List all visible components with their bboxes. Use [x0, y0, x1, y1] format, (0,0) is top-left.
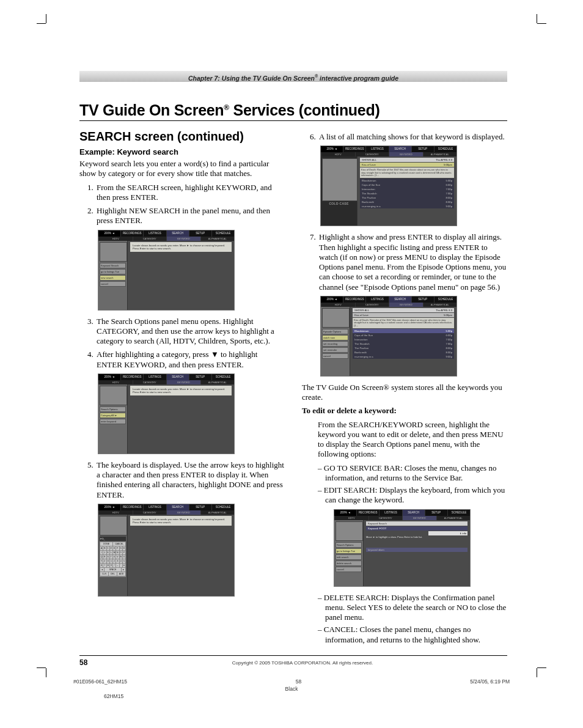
edit-heading: To edit or delete a keyword:	[302, 406, 397, 415]
edit-option-delete-search: DELETE SEARCH: Displays the Confirmation…	[325, 593, 507, 623]
list-row: The Pavilion8:00p	[360, 196, 454, 200]
screenshot-keyboard: 200% ◄RECORDINGSLISTINGSSEARCHSETUPSCHED…	[98, 504, 235, 597]
edit-option-cancel: CANCEL: Closes the panel menu, changes n…	[325, 625, 507, 645]
kbd-input: FO_	[100, 537, 126, 541]
step-5: The keyboard is displayed. Use the arrow…	[95, 460, 285, 500]
panel-button: Category All ►	[100, 413, 126, 418]
menu-item: SETUP	[425, 510, 447, 516]
menu-item: SEARCH	[166, 230, 189, 237]
show-label: COLD CASE	[322, 202, 356, 205]
list-selected: Kiss of Love5:00pm	[360, 163, 454, 167]
crop-mark	[37, 667, 46, 668]
preview-box	[322, 308, 350, 328]
title-pre: TV Guide On Screen	[79, 101, 224, 119]
menu-item: SEARCH	[389, 146, 411, 152]
header-left: SHOWS ALL	[362, 158, 376, 161]
tab: HDTV	[98, 380, 133, 384]
result-description: Kiss of Death: Remake of the 1947 film-n…	[360, 167, 454, 178]
list-row: Cops of the Sun6:00p	[353, 333, 454, 337]
tab: KEYWORD	[389, 303, 423, 307]
panel-button: cancel	[100, 281, 126, 287]
tab: ALPHABETICAL	[200, 237, 235, 241]
tab: ALPHABETICAL	[423, 152, 457, 156]
hint-text: Locate shows based on words you enter. M…	[130, 386, 232, 395]
panel-label: Keyword Search	[100, 263, 126, 268]
menu-item: SCHEDULE	[211, 374, 234, 380]
screenshot-episode-options: 200% ◄RECORDINGSLISTINGSSEARCHSETUPSCHED…	[320, 296, 457, 377]
menu-item: 200% ◄	[98, 230, 120, 237]
crop-mark	[537, 667, 546, 668]
list-row: Cops of the Sun6:00p	[360, 183, 454, 187]
step-1: From the SEARCH screen, highlight KEYWOR…	[95, 183, 285, 203]
crop-mark	[537, 668, 537, 677]
list-selected: Bloodstream5:30p	[353, 329, 454, 333]
menu-item: RECORDINGS	[120, 230, 143, 237]
row-time: 5:00pm	[444, 163, 452, 166]
onscreen-keyboard: DONECANCEL ABCDEFGH IJKLMNOP QRSTUVWX YZ…	[100, 542, 126, 577]
menu-item: RECORDINGS	[343, 146, 365, 152]
crop-mark	[537, 23, 546, 24]
menu-item: SETUP	[411, 296, 434, 303]
page-title: TV Guide On Screen® Services (continued)	[79, 101, 507, 119]
tab: HDTV	[98, 510, 133, 515]
list-header: SHOWS ALLThu APRIL 8 3	[353, 308, 454, 312]
menu-item: SCHEDULE	[434, 296, 457, 303]
menu-item: SEARCH	[402, 510, 425, 516]
tab: KEYWORD	[166, 510, 200, 515]
menu-item: LISTINGS	[143, 504, 166, 510]
hint-text: Locate shows based on words you enter. M…	[130, 516, 232, 526]
crop-mark	[37, 23, 46, 24]
menu-item: RECORDINGS	[356, 510, 379, 516]
keyword-header: Keyword Search	[366, 521, 468, 526]
keyword-box: Keyword: FOOT	[366, 526, 468, 531]
step-3: The Search Options panel menu opens. Hig…	[95, 317, 285, 347]
title-post: Services (continued)	[229, 101, 380, 119]
imprint-mid: 58	[296, 678, 301, 685]
store-text: The TV Guide On Screen® system stores al…	[302, 383, 507, 403]
row-title: Kiss of Love	[354, 314, 369, 317]
edit-intro: From the SEARCH/KEYWORD screen, highligh…	[318, 420, 507, 460]
menu-item: LISTINGS	[143, 230, 166, 237]
tab: KEYWORD	[389, 152, 423, 156]
keyword-hint: Move ► to highlight a show. Press Enter …	[366, 536, 468, 539]
menu-item: SETUP	[189, 374, 211, 380]
panel-button: go to listings Tue	[336, 548, 362, 554]
crop-mark	[537, 14, 537, 23]
page-number: 58	[79, 658, 98, 667]
panel-label: Search Options	[100, 406, 126, 412]
header-left: SHOWS ALL	[354, 309, 369, 312]
menu-item: SETUP	[411, 146, 434, 152]
hint-text: Locate shows based on words you enter. M…	[130, 242, 232, 252]
title-rule	[79, 120, 507, 121]
list-row: Kiss of Love5:00pm	[353, 313, 454, 317]
screenshot-edit-keyword: 200% ◄RECORDINGSLISTINGSSEARCHSETUPSCHED…	[334, 509, 471, 587]
list-row: re-emerging in a9:00p	[360, 204, 454, 208]
menu-item: 200% ◄	[321, 146, 343, 152]
preview-box	[100, 242, 127, 262]
menu-item: LISTINGS	[365, 146, 388, 152]
imprint-date: 5/24/05, 6:19 PM	[470, 678, 510, 685]
list-row: Intersection7:00p	[353, 337, 454, 342]
list-header: SHOWS ALLThu APRIL 8 3	[360, 158, 454, 162]
tab: ALPHABETICAL	[200, 380, 235, 384]
tab: HDTV	[334, 516, 369, 520]
keyword-row: keyword idiom	[366, 548, 468, 552]
panel-button: new search	[100, 275, 126, 281]
tab: KEYWORD	[166, 237, 200, 241]
menu-item: 200% ◄	[98, 504, 120, 510]
example-heading: Example: Keyword search	[79, 147, 285, 156]
tab: KEYWORD	[166, 380, 200, 384]
list-row: The Standish7:30p	[353, 342, 454, 346]
screenshot-category: 200% ◄RECORDINGSLISTINGSSEARCHSETUPSCHED…	[98, 373, 235, 454]
imprint-color: Black	[55, 686, 528, 692]
preview-box	[100, 516, 127, 535]
crop-mark	[46, 14, 46, 23]
tab: CATEGORY	[133, 380, 167, 384]
imprint-file: #01E056-061_62HM15	[73, 678, 127, 685]
menu-item: SCHEDULE	[211, 230, 234, 237]
tab: CATEGORY	[355, 152, 389, 156]
panel-button: cancel	[336, 567, 362, 572]
tab: HDTV	[98, 237, 133, 241]
tab: HDTV	[321, 303, 355, 307]
menu-item: 200% ◄	[98, 374, 120, 380]
